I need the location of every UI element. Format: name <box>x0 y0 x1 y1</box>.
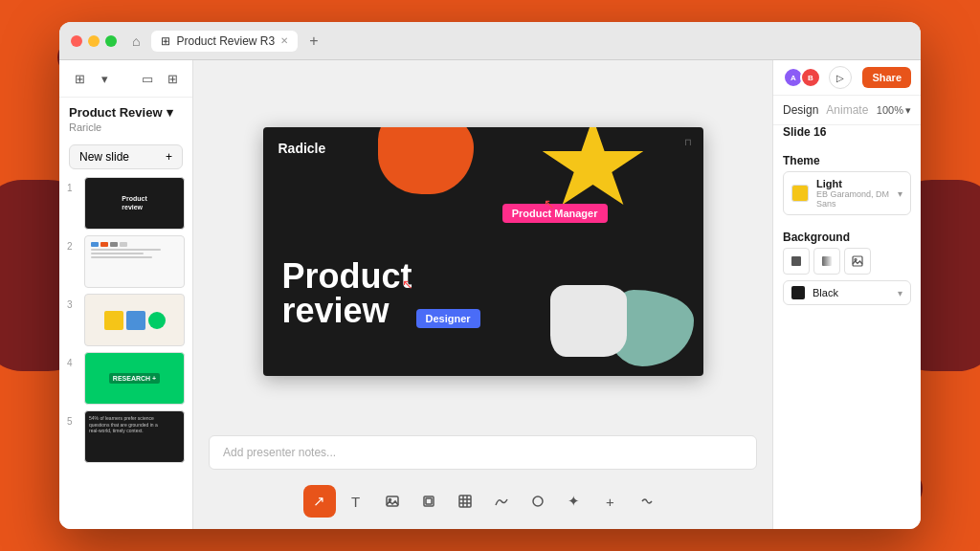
project-subtitle: Raricle <box>69 121 183 133</box>
notes-placeholder: Add presenter notes... <box>223 446 336 459</box>
background-color-swatch <box>791 286 805 299</box>
theme-color-swatch <box>791 185 809 202</box>
svg-point-9 <box>533 496 543 506</box>
bg-chevron-icon: ▾ <box>898 288 902 298</box>
panel-tab-group: Design Animate <box>783 103 868 117</box>
theme-name: Light <box>816 178 890 189</box>
slide-number-1: 1 <box>67 183 78 193</box>
bottom-toolbar: ↗ T <box>193 477 772 529</box>
tool-add[interactable]: + <box>594 485 627 518</box>
right-panel: A B ▷ Share Design Animate 100% ▾ Slide … <box>772 60 921 529</box>
tool-frame[interactable] <box>412 485 445 518</box>
tab-design[interactable]: Design <box>783 103 818 117</box>
tool-image[interactable] <box>376 485 409 518</box>
slide-brand: Radicle <box>278 141 326 156</box>
slide-item-4[interactable]: 4 RESEARCH + <box>67 352 185 405</box>
toolbar-right: ▭ ⊞ <box>137 68 183 89</box>
slide-number-3: 3 <box>67 299 78 310</box>
theme-chevron-icon: ▾ <box>898 188 902 199</box>
panel-tabs: Design Animate 100% ▾ <box>773 96 921 125</box>
tool-select[interactable]: ↗ <box>303 485 336 518</box>
sidebar-header: Product Review ▾ Raricle <box>59 98 192 137</box>
share-button[interactable]: Share <box>862 67 911 88</box>
notes-area[interactable]: Add presenter notes... <box>209 435 757 470</box>
theme-info: Light EB Garamond, DM Sans <box>816 178 890 209</box>
svg-rect-3 <box>426 498 432 504</box>
slide-number-5: 5 <box>67 416 78 427</box>
tab-icon: ⊞ <box>161 34 170 48</box>
background-color-name: Black <box>813 287 890 298</box>
app-window: ⌂ ⊞ Product Review R3 ✕ + ⊞ ▾ ▭ ⊞ <box>59 22 921 529</box>
home-icon[interactable]: ⌂ <box>132 33 140 49</box>
svg-point-13 <box>855 259 857 261</box>
main-content: Radicle ⊓ Product review Product Manager… <box>193 60 772 529</box>
slide-number-4: 4 <box>67 358 78 368</box>
browser-tab[interactable]: ⊞ Product Review R3 ✕ <box>151 31 298 52</box>
cursor-2: ↖ <box>402 276 413 292</box>
canvas-area: Radicle ⊓ Product review Product Manager… <box>193 60 772 435</box>
tool-table[interactable] <box>449 485 481 518</box>
svg-rect-12 <box>853 256 862 266</box>
toolbar-left: ⊞ ▾ <box>69 68 115 89</box>
titlebar: ⌂ ⊞ Product Review R3 ✕ + <box>59 22 921 60</box>
background-color-selector[interactable]: Black ▾ <box>783 280 911 305</box>
tab-close-icon[interactable]: ✕ <box>280 35 288 46</box>
slide-canvas: Radicle ⊓ Product review Product Manager… <box>263 127 703 376</box>
panel-icon[interactable]: ▭ <box>137 68 158 89</box>
tag-product-manager: Product Manager <box>502 204 608 223</box>
project-title[interactable]: Product Review ▾ <box>69 105 183 120</box>
tool-draw[interactable] <box>485 485 518 518</box>
slide-number-2: 2 <box>67 241 78 252</box>
background-section-label: Background <box>773 225 921 248</box>
slide-close-indicator: ⊓ <box>684 137 692 147</box>
zoom-control[interactable]: 100% ▾ <box>877 104 911 117</box>
blob-white <box>550 285 627 357</box>
traffic-lights <box>71 35 117 47</box>
avatar-2: B <box>800 67 821 88</box>
tool-shape-circle[interactable] <box>522 485 554 518</box>
layout-icon[interactable]: ⊞ <box>162 68 183 89</box>
plus-icon: + <box>166 150 172 164</box>
tool-text[interactable]: T <box>340 485 372 518</box>
background-icons <box>773 248 921 280</box>
slide-item-1[interactable]: 1 Productreview <box>67 177 185 230</box>
bg-gradient-icon[interactable] <box>813 248 840 275</box>
play-button[interactable]: ▷ <box>829 66 852 89</box>
slide-item-3[interactable]: 3 <box>67 294 185 346</box>
svg-rect-4 <box>459 496 471 507</box>
new-slide-button[interactable]: New slide + <box>69 144 183 169</box>
chevron-down-icon: ▾ <box>905 104 911 117</box>
panel-actions: A B ▷ Share <box>773 60 921 96</box>
svg-rect-10 <box>791 256 801 266</box>
blob-orange <box>378 127 474 194</box>
theme-selector[interactable]: Light EB Garamond, DM Sans ▾ <box>783 171 911 215</box>
slide-item-5[interactable]: 5 54% of learners prefer sciencequestion… <box>67 410 185 463</box>
grid-icon[interactable]: ⊞ <box>69 68 90 89</box>
bg-image-icon[interactable] <box>844 248 871 275</box>
tool-star[interactable]: ✦ <box>558 485 590 518</box>
tab-title: Product Review R3 <box>176 34 275 48</box>
app-body: ⊞ ▾ ▭ ⊞ Product Review ▾ Raricle New sli… <box>59 60 921 529</box>
tab-animate[interactable]: Animate <box>826 103 868 117</box>
sidebar-toolbar: ⊞ ▾ ▭ ⊞ <box>59 60 192 98</box>
slide-title: Product review <box>282 259 412 328</box>
slide-thumbnail-5: 54% of learners prefer sciencequestions … <box>84 410 185 463</box>
maximize-button[interactable] <box>105 35 117 47</box>
slide-number-label: Slide 16 <box>773 125 921 139</box>
cursor-1: ↖ <box>544 196 555 211</box>
sidebar: ⊞ ▾ ▭ ⊞ Product Review ▾ Raricle New sli… <box>59 60 193 529</box>
slide-item-2[interactable]: 2 <box>67 235 185 288</box>
close-button[interactable] <box>71 35 82 47</box>
tag-designer: Designer <box>416 309 480 328</box>
theme-subtitle: EB Garamond, DM Sans <box>816 189 890 209</box>
theme-section-label: Theme <box>773 148 921 171</box>
bg-solid-icon[interactable] <box>783 248 810 275</box>
slide-thumbnail-3 <box>84 294 185 346</box>
new-tab-button[interactable]: + <box>309 33 318 50</box>
tool-more[interactable] <box>631 485 663 518</box>
minimize-button[interactable] <box>88 35 100 47</box>
svg-rect-11 <box>822 256 832 266</box>
avatar-group: A B <box>783 67 821 88</box>
chevron-down-icon[interactable]: ▾ <box>94 68 115 89</box>
slide-thumbnail-4: RESEARCH + <box>84 352 185 405</box>
